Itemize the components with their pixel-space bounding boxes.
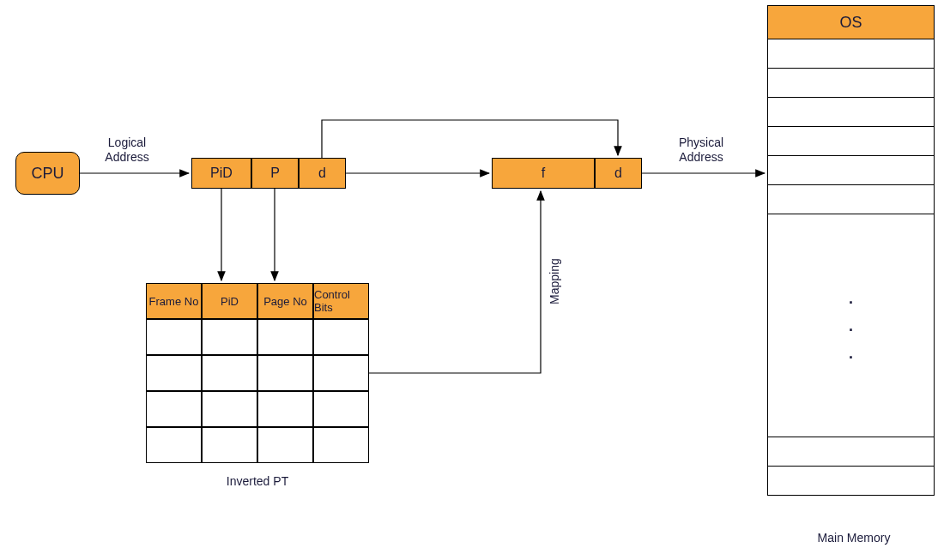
cpu-block: CPU [15,152,80,195]
ipt-cell [146,391,202,427]
memory-row [767,437,935,467]
memory-row [767,127,935,156]
ipt-cell [146,355,202,391]
physical-field-f: f [492,158,595,189]
ipt-cell [257,319,313,355]
ipt-cell [313,355,369,391]
memory-ellipsis: . . . [767,214,935,437]
ipt-cell [202,355,257,391]
ipt-cell [257,391,313,427]
label-physical-address: Physical Address [667,135,735,165]
ipt-cell [257,355,313,391]
logical-field-p: P [251,158,299,189]
ipt-cell [202,391,257,427]
ellipsis-dot: . [849,318,853,334]
ipt-cell [313,391,369,427]
logical-field-d: d [299,158,346,189]
label-inverted-pt: Inverted PT [215,474,300,489]
label-main-memory: Main Memory [807,531,901,545]
label-logical-address: Logical Address [93,135,161,165]
ellipsis-dot: . [849,346,853,361]
ipt-cell [202,319,257,355]
memory-row [767,467,935,496]
ipt-cell [313,427,369,463]
ellipsis-dot: . [849,291,853,306]
memory-row [767,185,935,214]
memory-row [767,156,935,185]
ipt-header-controlbits: Control Bits [313,283,369,319]
main-memory: OS . . . [767,5,935,496]
ipt-header-pid: PiD [202,283,257,319]
label-mapping: Mapping [548,247,562,316]
memory-row [767,69,935,98]
physical-field-d: d [595,158,642,189]
ipt-header-frameno: Frame No [146,283,202,319]
logical-field-pid: PiD [191,158,251,189]
ipt-cell [313,319,369,355]
ipt-cell [146,319,202,355]
memory-header-os: OS [767,5,935,39]
ipt-cell [146,427,202,463]
inverted-page-table: Frame No PiD Page No Control Bits [146,283,369,463]
ipt-cell [257,427,313,463]
memory-row [767,39,935,69]
memory-row [767,98,935,127]
ipt-cell [202,427,257,463]
ipt-header-pageno: Page No [257,283,313,319]
